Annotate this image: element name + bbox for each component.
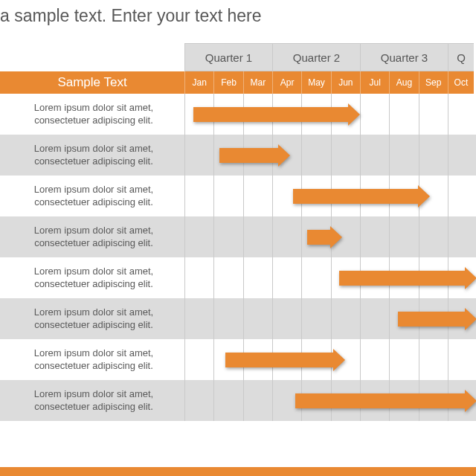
grid-cell	[213, 216, 242, 257]
task-label: Lorem ipsum dolor sit amet, consectetuer…	[0, 257, 184, 298]
grid-cell	[301, 298, 330, 339]
footer-accent-bar	[0, 467, 476, 476]
grid-cell	[272, 298, 301, 339]
grid-cell	[360, 135, 389, 176]
month-cell: Aug	[389, 71, 418, 94]
task-label: Lorem ipsum dolor sit amet, consectetuer…	[0, 135, 184, 176]
task-label: Lorem ipsum dolor sit amet, consectetuer…	[0, 94, 184, 135]
gantt-bar	[225, 353, 345, 367]
quarter-cells: Quarter 1 Quarter 2 Quarter 3 Q	[184, 43, 476, 71]
timeline-grid	[184, 380, 476, 421]
gantt-chart: Quarter 1 Quarter 2 Quarter 3 Q Sample T…	[0, 43, 476, 421]
grid-cell	[419, 135, 448, 176]
month-cell: Jul	[360, 71, 389, 94]
month-cell: Sep	[419, 71, 448, 94]
bar-shaft	[225, 353, 333, 367]
quarter-cell: Quarter 3	[360, 43, 448, 71]
gantt-bar	[307, 230, 342, 245]
grid-cell	[243, 257, 272, 298]
grid-cell	[389, 94, 418, 135]
grid-cell	[184, 135, 213, 176]
grid-cell	[243, 380, 272, 421]
month-cell: Mar	[243, 71, 272, 94]
arrow-right-icon	[330, 226, 342, 248]
table-row: Lorem ipsum dolor sit amet, consectetuer…	[0, 135, 476, 176]
month-cell: Jun	[331, 71, 360, 94]
arrow-right-icon	[465, 308, 476, 330]
grid-cell	[272, 257, 301, 298]
month-cell: Jan	[184, 71, 213, 94]
grid-cell	[301, 135, 330, 176]
arrow-right-icon	[465, 390, 476, 412]
timeline-grid	[184, 216, 476, 257]
gantt-bar	[339, 271, 476, 286]
timeline-grid	[184, 135, 476, 176]
task-label: Lorem ipsum dolor sit amet, consectetuer…	[0, 339, 184, 380]
grid-cell	[360, 94, 389, 135]
quarter-cell: Q	[448, 43, 474, 71]
grid-cell	[389, 339, 418, 380]
table-row: Lorem ipsum dolor sit amet, consectetuer…	[0, 257, 476, 298]
header-spacer	[0, 43, 184, 71]
bar-shaft	[193, 107, 348, 122]
grid-cell	[419, 216, 448, 257]
grid-cell	[419, 94, 448, 135]
table-row: Lorem ipsum dolor sit amet, consectetuer…	[0, 298, 476, 339]
gantt-bar	[295, 393, 476, 408]
gantt-bar	[193, 107, 360, 122]
task-column-header: Sample Text	[0, 71, 184, 94]
grid-cell	[448, 94, 474, 135]
month-cells: JanFebMarAprMayJunJulAugSepOct	[184, 71, 476, 94]
quarter-cell: Quarter 2	[272, 43, 360, 71]
grid-cell	[272, 216, 301, 257]
gantt-bar	[219, 148, 289, 163]
timeline-grid	[184, 94, 476, 135]
grid-cell	[184, 216, 213, 257]
timeline-grid	[184, 298, 476, 339]
arrow-right-icon	[348, 103, 360, 126]
bar-shaft	[219, 148, 277, 163]
gantt-body: Lorem ipsum dolor sit amet, consectetuer…	[0, 94, 476, 421]
grid-cell	[360, 298, 389, 339]
grid-cell	[331, 135, 360, 176]
grid-cell	[184, 339, 213, 380]
table-row: Lorem ipsum dolor sit amet, consectetuer…	[0, 176, 476, 216]
grid-cell	[331, 298, 360, 339]
grid-cell	[184, 298, 213, 339]
bar-shaft	[398, 312, 465, 327]
timeline-grid	[184, 176, 476, 216]
grid-cell	[389, 216, 418, 257]
table-row: Lorem ipsum dolor sit amet, consectetuer…	[0, 380, 476, 421]
arrow-right-icon	[418, 185, 430, 208]
grid-cell	[213, 176, 242, 216]
timeline-grid	[184, 339, 476, 380]
grid-cell	[243, 216, 272, 257]
grid-cell	[213, 380, 242, 421]
month-header-row: Sample Text JanFebMarAprMayJunJulAugSepO…	[0, 71, 476, 94]
task-label: Lorem ipsum dolor sit amet, consectetuer…	[0, 176, 184, 216]
grid-cell	[243, 176, 272, 216]
grid-cell	[360, 216, 389, 257]
page-title: a sample text. Enter your text here	[0, 0, 476, 41]
grid-cell	[301, 257, 330, 298]
month-cell: Apr	[272, 71, 301, 94]
grid-cell	[389, 135, 418, 176]
arrow-right-icon	[278, 144, 290, 167]
grid-cell	[448, 339, 474, 380]
grid-cell	[184, 380, 213, 421]
grid-cell	[448, 216, 474, 257]
grid-cell	[448, 176, 474, 216]
quarter-header-row: Quarter 1 Quarter 2 Quarter 3 Q	[0, 43, 476, 71]
timeline-grid	[184, 257, 476, 298]
grid-cell	[213, 298, 242, 339]
grid-cell	[448, 135, 474, 176]
table-row: Lorem ipsum dolor sit amet, consectetuer…	[0, 94, 476, 135]
grid-cell	[184, 257, 213, 298]
grid-cell	[184, 176, 213, 216]
arrow-right-icon	[465, 267, 476, 289]
gantt-bar	[293, 189, 431, 204]
quarter-cell: Quarter 1	[184, 43, 272, 71]
task-label: Lorem ipsum dolor sit amet, consectetuer…	[0, 216, 184, 257]
grid-cell	[213, 257, 242, 298]
grid-cell	[360, 339, 389, 380]
